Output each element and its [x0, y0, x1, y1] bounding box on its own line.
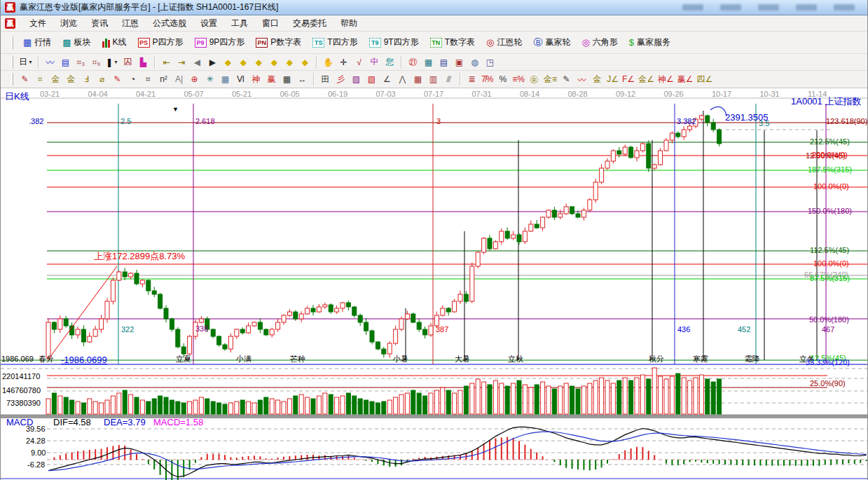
- draw-tool-icon-21[interactable]: 彡: [333, 72, 348, 86]
- menu-item-窗口[interactable]: 窗口: [255, 15, 286, 32]
- view-tool-icon-13[interactable]: ▶: [205, 55, 220, 69]
- view-tool-icon-32[interactable]: ◳: [483, 55, 497, 69]
- toolbar-button-板块[interactable]: ▩板块: [57, 34, 95, 50]
- view-tool-icon-29[interactable]: ▤: [436, 55, 451, 69]
- menu-item-交易委托[interactable]: 交易委托: [286, 15, 333, 32]
- draw-tool-icon-30[interactable]: ≣: [464, 72, 479, 86]
- menu-item-帮助[interactable]: 帮助: [333, 15, 364, 32]
- menu-item-浏览[interactable]: 浏览: [53, 15, 84, 32]
- toolbar-button-T四方形[interactable]: TST四方形: [308, 34, 362, 50]
- menu-item-公式选股[interactable]: 公式选股: [146, 15, 193, 32]
- draw-tool-icon-16[interactable]: 赢: [264, 72, 279, 86]
- draw-tool-icon-14[interactable]: Ⅵ: [233, 72, 248, 86]
- view-tool-icon-10[interactable]: ⇤: [159, 55, 174, 69]
- menu-item-江恩[interactable]: 江恩: [115, 15, 146, 32]
- draw-tool-icon-8[interactable]: ⌗: [141, 72, 156, 86]
- view-tool-icon-0[interactable]: 日▼: [18, 55, 34, 69]
- draw-tool-icon-4[interactable]: Ⅎ: [79, 72, 94, 86]
- draw-tool-icon-42[interactable]: 神∠: [656, 72, 675, 86]
- draw-tool-icon-11[interactable]: ⊕: [187, 72, 202, 86]
- draw-tool-icon-34[interactable]: ㊎: [527, 72, 542, 86]
- view-tool-icon-3[interactable]: ▤: [58, 55, 73, 69]
- menu-item-工具[interactable]: 工具: [224, 15, 255, 32]
- view-tool-icon-30[interactable]: ▣: [452, 55, 467, 69]
- view-tool-icon-18[interactable]: ◆: [282, 55, 297, 69]
- chart-area[interactable]: 03-2104-0404-2105-0705-2106-0506-1907-03…: [1, 88, 868, 480]
- view-tool-icon-6[interactable]: ❚▼: [104, 55, 120, 69]
- toolbar-grip[interactable]: [11, 36, 13, 49]
- view-tool-icon-2[interactable]: 〰: [43, 55, 57, 69]
- toolbar-button-P四方形[interactable]: PSP四方形: [133, 34, 188, 50]
- draw-tool-icon-40[interactable]: F∠: [621, 72, 636, 86]
- view-tool-icon-11[interactable]: ⇥: [174, 55, 189, 69]
- draw-tool-icon-26[interactable]: ▦: [411, 72, 425, 86]
- view-tool-icon-22[interactable]: ✛: [336, 55, 351, 69]
- draw-tool-icon-24[interactable]: ∠: [380, 72, 394, 86]
- view-tool-icon-24[interactable]: 中: [367, 55, 382, 69]
- draw-tool-icon-9[interactable]: n²: [156, 72, 171, 86]
- toolbar-button-T数字表[interactable]: TNT数字表: [425, 34, 480, 50]
- view-tool-icon-28[interactable]: ▦: [421, 55, 436, 69]
- view-tool-icon-8[interactable]: ▙: [136, 55, 151, 69]
- toolbar-button-9P四方形[interactable]: P99P四方形: [190, 34, 250, 50]
- draw-tool-icon-17[interactable]: ▦: [280, 72, 294, 86]
- view-tool-icon-5[interactable]: ⌗₉: [89, 55, 104, 69]
- view-tool-icon-7[interactable]: 囚: [120, 55, 135, 69]
- toolbar-button-P数字表[interactable]: PNP数字表: [251, 34, 306, 50]
- draw-tool-icon-6[interactable]: ✎: [110, 72, 125, 86]
- draw-tool-icon-7[interactable]: ◔: [125, 72, 140, 86]
- draw-tool-icon-18[interactable]: ↔: [295, 72, 310, 86]
- candle-body: [659, 151, 663, 165]
- view-tool-icon-31[interactable]: ◍: [467, 55, 482, 69]
- draw-tool-icon-15[interactable]: 神: [249, 72, 263, 86]
- draw-tool-icon-33[interactable]: ≡%: [511, 72, 526, 86]
- view-tool-icon-21[interactable]: ✋: [321, 55, 336, 69]
- draw-tool-icon-2[interactable]: 金: [48, 72, 63, 86]
- toolbar-button-K线[interactable]: K线: [97, 34, 132, 50]
- toolbar-grip[interactable]: [11, 56, 13, 69]
- draw-tool-icon-12[interactable]: ✳: [202, 72, 217, 86]
- toolbar-grip[interactable]: [11, 73, 13, 85]
- toolbar-button-赢家轮[interactable]: Ⓑ赢家轮: [528, 34, 575, 50]
- draw-tool-icon-23[interactable]: ▧: [364, 72, 379, 86]
- draw-tool-icon-27[interactable]: ▥: [426, 72, 441, 86]
- draw-tool-icon-5[interactable]: ⌀: [95, 72, 109, 86]
- view-tool-icon-12[interactable]: ◀: [190, 55, 205, 69]
- draw-tool-icon-28[interactable]: ⫻: [441, 72, 456, 86]
- draw-tool-icon-13[interactable]: ▦: [218, 72, 233, 86]
- draw-tool-icon-1[interactable]: ⌗: [33, 72, 48, 86]
- draw-tool-icon-20[interactable]: 田: [318, 72, 333, 86]
- draw-tool-icon-43[interactable]: 赢∠: [676, 72, 695, 86]
- view-tool-icon-4[interactable]: ⌗₃: [74, 55, 88, 69]
- view-tool-icon-23[interactable]: √: [352, 55, 366, 69]
- draw-tool-icon-0[interactable]: ✎: [18, 72, 32, 86]
- view-tool-icon-17[interactable]: ◆: [267, 55, 282, 69]
- draw-tool-icon-37[interactable]: 〰: [574, 72, 589, 86]
- toolbar-button-行情[interactable]: ▦行情: [18, 34, 56, 50]
- draw-tool-icon-32[interactable]: %: [495, 72, 510, 86]
- draw-tool-icon-22[interactable]: ▨: [349, 72, 364, 86]
- draw-tool-icon-10[interactable]: A|: [172, 72, 186, 86]
- menu-item-资讯[interactable]: 资讯: [84, 15, 115, 32]
- draw-tool-icon-35[interactable]: 金≡: [542, 72, 558, 86]
- draw-tool-icon-41[interactable]: 金∠: [637, 72, 656, 86]
- draw-tool-icon-25[interactable]: ⋀: [395, 72, 410, 86]
- toolbar-button-赢家服务[interactable]: $赢家服务: [624, 34, 675, 50]
- view-tool-icon-27[interactable]: ㉑: [406, 55, 420, 69]
- menu-item-文件[interactable]: 文件: [22, 15, 53, 32]
- menu-item-设置[interactable]: 设置: [193, 15, 224, 32]
- view-tool-icon-25[interactable]: 您: [383, 55, 397, 69]
- toolbar-button-六角形[interactable]: ◎六角形: [577, 34, 622, 50]
- draw-tool-icon-44[interactable]: 四∠: [695, 72, 714, 86]
- draw-tool-icon-36[interactable]: ✎: [559, 72, 574, 86]
- draw-tool-icon-3[interactable]: 金: [64, 72, 78, 86]
- toolbar-button-9T四方形[interactable]: T99T四方形: [364, 34, 424, 50]
- draw-tool-icon-38[interactable]: 金: [590, 72, 605, 86]
- view-tool-icon-14[interactable]: ◆: [221, 55, 235, 69]
- view-tool-icon-16[interactable]: ◆: [252, 55, 266, 69]
- draw-tool-icon-39[interactable]: J∠: [605, 72, 620, 86]
- toolbar-button-江恩轮[interactable]: ◎江恩轮: [481, 34, 527, 50]
- view-tool-icon-19[interactable]: ◆: [298, 55, 312, 69]
- view-tool-icon-15[interactable]: ◆: [236, 55, 251, 69]
- draw-tool-icon-31[interactable]: 7̸%: [480, 72, 495, 86]
